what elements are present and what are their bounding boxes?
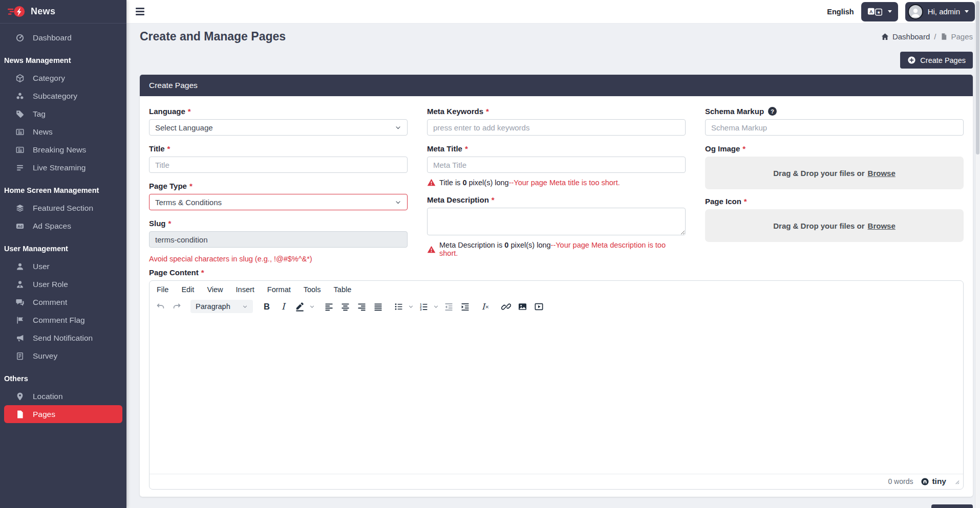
sidebar-item-dashboard[interactable]: Dashboard	[0, 29, 126, 47]
page-type-select[interactable]: Terms & Conditions	[149, 194, 408, 210]
page-icon-dropzone[interactable]: Drag & Drop your files or Browse	[705, 209, 964, 242]
editor-menu-view[interactable]: View	[207, 285, 223, 294]
sidebar-item-label: Dashboard	[33, 33, 72, 42]
page-content-section: Page Content* File Edit View Insert Form…	[149, 268, 964, 490]
sidebar-section-news-management: News Management	[0, 47, 126, 69]
sidebar-item-label: Send Notification	[33, 334, 93, 343]
language-switcher-button[interactable]	[861, 2, 898, 21]
word-count: 0 words	[888, 477, 913, 485]
avatar	[908, 4, 923, 19]
card-header: Create Pages	[140, 75, 973, 96]
outdent-icon	[444, 302, 454, 312]
redo-icon	[172, 302, 182, 312]
breadcrumb-separator: /	[934, 32, 936, 41]
slug-input[interactable]	[149, 231, 408, 248]
sidebar-item-live-streaming[interactable]: Live Streaming	[0, 159, 126, 176]
brand-name: News	[31, 6, 55, 17]
editor-menu-file[interactable]: File	[157, 285, 168, 294]
sidebar-item-tag[interactable]: Tag	[0, 105, 126, 123]
align-right-button[interactable]	[355, 300, 368, 313]
align-left-button[interactable]	[322, 300, 335, 313]
editor-menu-tools[interactable]: Tools	[304, 285, 321, 294]
page-icon-browse-link[interactable]: Browse	[868, 222, 896, 230]
sidebar-item-location[interactable]: Location	[0, 387, 126, 405]
help-circle-icon[interactable]: ?	[768, 107, 777, 116]
caret-down-icon	[888, 10, 892, 13]
resize-grip-icon[interactable]	[954, 479, 960, 484]
sidebar-item-breaking-news[interactable]: Breaking News	[0, 141, 126, 159]
window-scrollbar[interactable]	[975, 0, 980, 508]
editor-menu-insert[interactable]: Insert	[236, 285, 254, 294]
chevron-down-icon[interactable]	[408, 304, 414, 310]
text-color-button[interactable]	[293, 300, 306, 313]
sidebar-item-subcategory[interactable]: Subcategory	[0, 87, 126, 105]
sidebar-item-label: Pages	[33, 410, 55, 419]
meta-title-input[interactable]	[427, 157, 686, 173]
required-asterisk: *	[486, 107, 489, 116]
image-icon	[518, 302, 527, 312]
redo-button[interactable]	[170, 300, 183, 313]
chevron-down-icon[interactable]	[433, 304, 439, 310]
insert-link-button[interactable]	[499, 300, 513, 313]
media-icon	[534, 302, 544, 312]
required-asterisk: *	[742, 144, 745, 153]
italic-button[interactable]: I	[276, 300, 290, 313]
bullet-list-icon	[394, 302, 403, 312]
insert-image-button[interactable]	[516, 300, 529, 313]
comments-icon	[15, 298, 25, 307]
sidebar-section-others: Others	[0, 365, 126, 387]
sidebar-item-category[interactable]: Category	[0, 69, 126, 87]
sidebar-item-user[interactable]: User	[0, 257, 126, 275]
undo-button[interactable]	[154, 300, 167, 313]
insert-media-button[interactable]	[532, 300, 545, 313]
align-center-button[interactable]	[338, 300, 352, 313]
align-right-icon	[357, 302, 367, 312]
editor-menu-format[interactable]: Format	[267, 285, 291, 294]
clear-formatting-button[interactable]: I×	[479, 300, 492, 313]
megaphone-icon	[15, 334, 25, 343]
scrollbar-thumb[interactable]	[976, 1, 979, 154]
create-pages-button[interactable]: Create Pages	[900, 52, 973, 69]
breadcrumb-dashboard[interactable]: Dashboard	[881, 32, 930, 41]
sidebar-item-comment-flag[interactable]: Comment Flag	[0, 311, 126, 329]
sidebar-item-news[interactable]: News	[0, 123, 126, 141]
tiny-logo-icon	[921, 477, 929, 486]
editor-menu-edit[interactable]: Edit	[181, 285, 194, 294]
schema-markup-input[interactable]	[705, 119, 964, 136]
og-image-browse-link[interactable]: Browse	[868, 169, 896, 178]
submit-button[interactable]: Submit	[931, 504, 973, 508]
sidebar-item-label: Live Streaming	[33, 163, 86, 172]
undo-icon	[156, 302, 165, 312]
meta-description-error: Meta Description is 0 pixel(s) long--You…	[427, 241, 686, 257]
og-image-dropzone[interactable]: Drag & Drop your files or Browse	[705, 157, 964, 189]
editor-content-area[interactable]	[150, 318, 963, 474]
outdent-button[interactable]	[442, 300, 455, 313]
bold-button[interactable]: B	[260, 300, 273, 313]
form-column-1: Language* Select Language Title*	[149, 107, 408, 263]
meta-keywords-input[interactable]	[427, 119, 686, 136]
paragraph-style-select[interactable]: Paragraph	[190, 300, 253, 313]
breadcrumb-pages[interactable]: Pages	[940, 32, 973, 41]
sidebar-item-pages[interactable]: Pages	[4, 405, 122, 423]
sidebar-item-featured-section[interactable]: Featured Section	[0, 199, 126, 217]
bars-icon	[15, 163, 25, 172]
sidebar-item-ad-spaces[interactable]: Ad Spaces	[0, 217, 126, 235]
form-column-2: Meta Keywords* Meta Title* Title is 0 pi…	[427, 107, 686, 263]
sidebar-item-comment[interactable]: Comment	[0, 293, 126, 311]
sidebar-item-send-notification[interactable]: Send Notification	[0, 329, 126, 347]
sidebar-item-user-role[interactable]: User Role	[0, 275, 126, 293]
brand[interactable]: News	[0, 0, 126, 24]
title-input[interactable]	[149, 157, 408, 173]
bullet-list-button[interactable]	[392, 300, 405, 313]
indent-button[interactable]	[458, 300, 472, 313]
sidebar-item-survey[interactable]: Survey	[0, 347, 126, 365]
user-menu-button[interactable]: Hi, admin	[905, 2, 975, 21]
numbered-list-button[interactable]	[417, 300, 430, 313]
language-select[interactable]: Select Language	[149, 119, 408, 136]
align-justify-button[interactable]	[371, 300, 385, 313]
chevron-down-icon[interactable]	[309, 304, 315, 310]
hamburger-menu-icon[interactable]	[135, 6, 145, 17]
editor-menu-table[interactable]: Table	[334, 285, 352, 294]
meta-description-textarea[interactable]	[427, 208, 686, 235]
tiny-brand[interactable]: tiny	[921, 477, 946, 486]
